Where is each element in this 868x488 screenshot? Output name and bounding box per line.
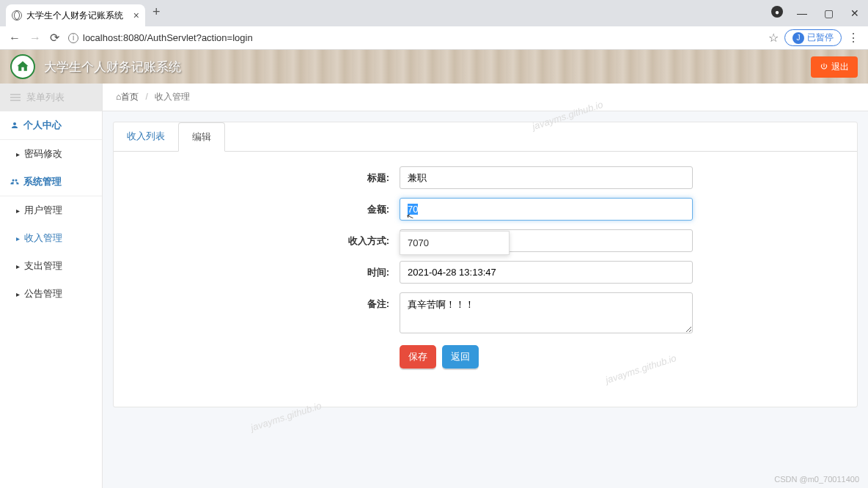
sidebar-item-label: 公告管理 [24,287,62,300]
house-icon [15,59,30,74]
url-text: localhost:8080/AuthServlet?action=login [83,32,253,43]
sidebar-header: 菜单列表 [0,84,102,111]
close-icon[interactable]: × [133,10,139,21]
input-time[interactable] [400,261,693,284]
browser-toolbar: ← → ⟳ i localhost:8080/AuthServlet?actio… [0,26,868,50]
sidebar: 菜单列表 个人中心 ▸ 密码修改 系统管理 ▸ 用户管理 ▸ 收入管理 ▸ 支出… [0,84,103,488]
tab-list[interactable]: 收入列表 [114,122,178,151]
sidebar-item-system[interactable]: 系统管理 [0,168,102,196]
sidebar-item-personal[interactable]: 个人中心 [0,111,102,140]
caret-icon: ▸ [16,262,20,270]
sidebar-item-expense[interactable]: ▸ 支出管理 [0,252,102,280]
browser-tab[interactable]: 大学生个人财务记账系统 × [6,4,145,26]
app-logo [10,54,35,79]
address-bar[interactable]: i localhost:8080/AuthServlet?action=logi… [68,32,760,43]
menu-icon[interactable]: ⋮ [847,31,859,45]
sidebar-item-notice[interactable]: ▸ 公告管理 [0,280,102,308]
footer-watermark: CSDN @m0_70011400 [774,475,859,484]
label-time: 时间: [114,261,400,279]
new-tab-button[interactable]: + [145,4,168,20]
sidebar-item-label: 系统管理 [23,175,62,188]
label-amount: 金额: [114,198,400,216]
logout-label: 退出 [831,61,849,73]
app-title: 大学生个人财务记账系统 [44,59,181,75]
label-method: 收入方式: [114,229,400,248]
app-header: 大学生个人财务记账系统 退出 [0,50,868,84]
sidebar-item-label: 用户管理 [24,204,62,217]
users-icon [10,177,19,186]
sidebar-item-label: 个人中心 [23,119,62,132]
forward-button[interactable]: → [29,32,41,45]
window-maximize-button[interactable]: ▢ [821,6,836,21]
breadcrumb-separator: / [146,92,148,102]
caret-icon: ▸ [16,150,20,158]
input-amount[interactable] [400,198,693,221]
label-title: 标题: [114,166,400,185]
content-card: 收入列表 编辑 标题: 金额: ↖ 收入方式: 时间: [113,122,858,407]
input-title[interactable] [400,166,693,189]
edit-form: 标题: 金额: ↖ 收入方式: 时间: 备注: 真辛 [114,152,857,392]
breadcrumb-current: 收入管理 [155,92,190,102]
menu-bars-icon [10,94,21,101]
tabs: 收入列表 编辑 [114,122,857,152]
sidebar-item-label: 支出管理 [24,259,62,273]
minimize-bg-icon: ● [771,6,783,18]
breadcrumb: ⌂首页 / 收入管理 [103,84,868,111]
sidebar-item-income[interactable]: ▸ 收入管理 [0,224,102,252]
back-button-form[interactable]: 返回 [442,345,479,369]
sidebar-item-users[interactable]: ▸ 用户管理 [0,196,102,224]
caret-icon: ▸ [16,234,20,243]
logout-button[interactable]: 退出 [811,56,858,78]
reload-button[interactable]: ⟳ [50,31,59,45]
sidebar-header-label: 菜单列表 [26,91,65,104]
site-info-icon[interactable]: i [68,33,78,43]
globe-icon [12,10,22,21]
window-close-button[interactable]: ✕ [847,6,862,21]
breadcrumb-home[interactable]: ⌂首页 [116,92,139,102]
caret-icon: ▸ [16,207,20,215]
power-icon [820,62,828,71]
sidebar-item-label: 收入管理 [24,232,62,245]
sidebar-item-password[interactable]: ▸ 密码修改 [0,140,102,168]
tab-edit[interactable]: 编辑 [178,122,225,152]
caret-icon: ▸ [16,290,20,298]
back-button[interactable]: ← [9,32,21,45]
profile-pill[interactable]: J 已暂停 [784,29,842,46]
save-button[interactable]: 保存 [400,345,436,369]
textarea-note[interactable]: 真辛苦啊！！！ [400,292,693,333]
main-content: ⌂首页 / 收入管理 收入列表 编辑 标题: 金额: ↖ 收入方式: [103,84,868,488]
label-note: 备注: [114,292,400,311]
autocomplete-dropdown: 7070 [400,231,510,255]
browser-tab-bar: 大学生个人财务记账系统 × + ● — ▢ ✕ [0,0,868,26]
tab-title: 大学生个人财务记账系统 [26,10,123,22]
window-minimize-button[interactable]: — [795,6,809,21]
profile-avatar: J [792,32,804,44]
autocomplete-item[interactable]: 7070 [400,232,509,254]
user-icon [10,121,19,130]
star-icon[interactable]: ☆ [768,31,779,45]
sidebar-item-label: 密码修改 [24,147,62,160]
profile-status: 已暂停 [807,32,834,44]
